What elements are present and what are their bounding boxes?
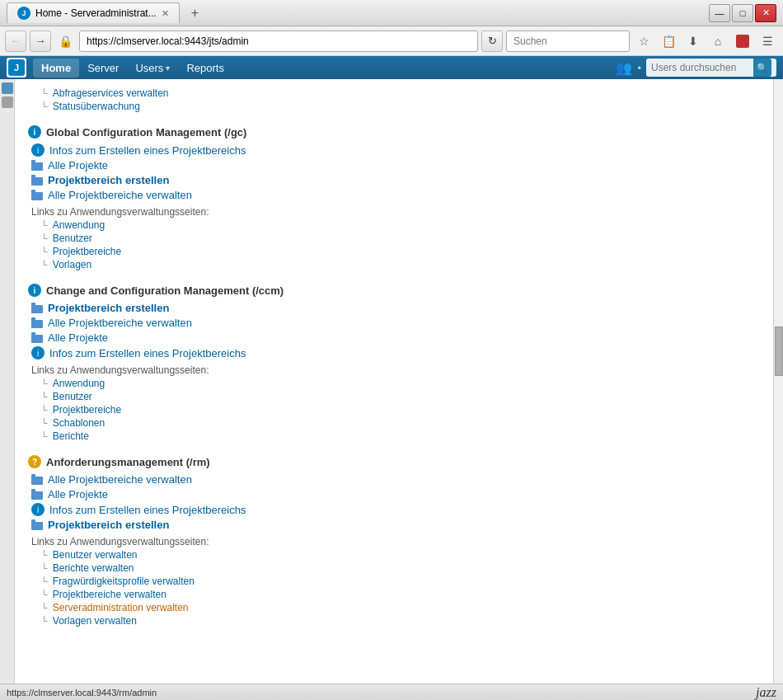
gcm-anwendung-link[interactable]: Anwendung (53, 219, 105, 231)
users-search-input[interactable] (651, 62, 750, 73)
svg-rect-8 (31, 303, 35, 306)
abfrageservices-link[interactable]: Abfrageservices verwalten (53, 87, 169, 99)
ccm-sub-1: └ Benutzer (28, 391, 760, 402)
rm-link-2: i Infos zum Erstellen eines Projektberei… (28, 503, 760, 516)
rm-arrow-3: └ (41, 590, 48, 599)
ccm-projektbereich-erstellen-link[interactable]: Projektbereich erstellen (48, 302, 169, 314)
home-icon[interactable]: ⌂ (707, 31, 729, 52)
rm-benutzer-verwalten-link[interactable]: Benutzer verwalten (53, 549, 138, 561)
forward-button[interactable]: → (30, 31, 51, 52)
users-search-button[interactable]: 🔍 (753, 59, 771, 77)
ccm-schablonen-link[interactable]: Schablonen (53, 417, 105, 429)
nav-users[interactable]: Users ▾ (127, 59, 178, 78)
ccm-benutzer-link[interactable]: Benutzer (53, 391, 92, 402)
menu-icon[interactable]: ☰ (757, 31, 778, 52)
gcm-projektbereich-erstellen-link[interactable]: Projektbereich erstellen (48, 174, 169, 186)
svg-rect-15 (31, 491, 43, 500)
app-logo: J (7, 58, 26, 78)
lock-icon: 🔒 (54, 31, 76, 52)
maximize-button[interactable]: □ (732, 4, 753, 22)
ccm-arrow-0: └ (41, 378, 48, 388)
svg-rect-10 (31, 317, 35, 321)
url-bar[interactable] (79, 31, 478, 52)
ccm-anwendung-link[interactable]: Anwendung (53, 378, 105, 389)
refresh-button[interactable]: ↻ (481, 31, 503, 52)
dot-separator: • (637, 62, 641, 74)
users-dropdown-icon: ▾ (166, 63, 170, 73)
gcm-projektbereiche-link[interactable]: Projektbereiche (53, 246, 121, 257)
rm-fragwuerdigkeitsprofile-link[interactable]: Fragwürdigkeitsprofile verwalten (53, 576, 195, 587)
ccm-link-2: Alle Projekte (28, 331, 760, 344)
back-button[interactable]: ← (5, 31, 26, 52)
nav-reports[interactable]: Reports (178, 59, 232, 78)
status-url: https://clmserver.local:9443/rm/admin (7, 688, 157, 698)
rm-serveradmin-link[interactable]: Serveradministration verwalten (53, 602, 189, 613)
ccm-berichte-link[interactable]: Berichte (53, 430, 89, 442)
rm-projektbereiche-verwalten-link[interactable]: Projektbereiche verwalten (53, 589, 166, 600)
close-button[interactable]: ✕ (755, 4, 776, 22)
rm-sub-1: └ Berichte verwalten (28, 562, 760, 574)
gcm-alle-projektbereiche-link[interactable]: Alle Projektbereiche verwalten (48, 189, 192, 201)
gcm-link-1: Alle Projekte (28, 159, 760, 171)
bookmark-list-icon[interactable]: 📋 (658, 31, 679, 52)
main-layout: └ Abfrageservices verwalten └ Statusüber… (0, 79, 783, 684)
nav-home[interactable]: Home (33, 59, 79, 78)
rm-title: Anforderungsmanagement (/rm) (46, 456, 210, 468)
ccm-folder-icon-1 (31, 317, 43, 329)
minimize-button[interactable]: — (709, 4, 730, 22)
gcm-sub-2: └ Projektbereiche (28, 246, 760, 257)
svg-rect-2 (31, 160, 35, 163)
arrow-icon-2: └ (41, 101, 48, 111)
ccm-arrow-3: └ (41, 418, 48, 428)
rm-arrow-4: └ (41, 603, 48, 613)
rm-berichte-verwalten-link[interactable]: Berichte verwalten (53, 562, 134, 574)
rm-section: ? Anforderungsmanagement (/rm) Alle Proj… (28, 455, 760, 627)
gcm-arrow-3: └ (41, 260, 48, 270)
gcm-sublinks-label: Links zu Anwendungsverwaltungsseiten: (31, 206, 760, 218)
rm-alle-projektbereiche-link[interactable]: Alle Projektbereiche verwalten (48, 473, 192, 486)
rm-sub-2: └ Fragwürdigkeitsprofile verwalten (28, 576, 760, 587)
top-link-row-2: └ Statusüberwachung (28, 101, 760, 112)
gcm-sub-3: └ Vorlagen (28, 259, 760, 270)
sidebar-icon-1[interactable] (2, 82, 13, 94)
browser-tab-active[interactable]: J Home - Serveradministrat... ✕ (7, 2, 180, 23)
ccm-infos-link[interactable]: Infos zum Erstellen eines Projektbereich… (49, 347, 246, 359)
gcm-vorlagen-link[interactable]: Vorlagen (53, 259, 91, 270)
tab-close-button[interactable]: ✕ (162, 8, 169, 19)
rm-projektbereich-erstellen-link[interactable]: Projektbereich erstellen (48, 519, 169, 531)
ccm-icon: i (28, 284, 41, 297)
rm-arrow-5: └ (41, 616, 48, 626)
rm-infos-link[interactable]: Infos zum Erstellen eines Projektbereich… (49, 504, 246, 516)
top-links-section: └ Abfrageservices verwalten └ Statusüber… (28, 87, 760, 112)
ccm-sub-0: └ Anwendung (28, 378, 760, 389)
scrollbar-thumb[interactable] (775, 327, 783, 376)
vertical-scrollbar[interactable] (773, 79, 783, 684)
svg-rect-16 (31, 489, 35, 492)
gcm-section: i Global Configuration Management (/gc) … (28, 125, 760, 270)
left-sidebar (0, 79, 15, 684)
rm-icon: ? (28, 455, 41, 468)
ccm-link-3: i Infos zum Erstellen eines Projektberei… (28, 346, 760, 359)
rm-alle-projekte-link[interactable]: Alle Projekte (48, 488, 108, 500)
top-link-row-1: └ Abfrageservices verwalten (28, 87, 760, 99)
ccm-alle-projektbereiche-link[interactable]: Alle Projektbereiche verwalten (48, 317, 192, 329)
sidebar-icon-2[interactable] (2, 96, 13, 108)
download-icon[interactable]: ⬇ (682, 31, 704, 52)
new-tab-button[interactable]: + (186, 4, 204, 22)
gcm-link-3: Alle Projektbereiche verwalten (28, 189, 760, 201)
gcm-alle-projekte-link[interactable]: Alle Projekte (48, 159, 108, 171)
ccm-projektbereiche-link[interactable]: Projektbereiche (53, 404, 121, 416)
gcm-benutzer-link[interactable]: Benutzer (53, 233, 92, 244)
ccm-alle-projekte-link[interactable]: Alle Projekte (48, 331, 108, 344)
gcm-infos-link[interactable]: Infos zum Erstellen eines Projektbereich… (49, 144, 246, 157)
ccm-link-0: Projektbereich erstellen (28, 302, 760, 314)
rm-sub-4: └ Serveradministration verwalten (28, 602, 760, 613)
svg-rect-7 (31, 305, 43, 313)
statusueberwachung-link[interactable]: Statusüberwachung (53, 101, 140, 112)
ccm-sub-4: └ Berichte (28, 430, 760, 442)
nav-server[interactable]: Server (79, 59, 127, 78)
rm-vorlagen-verwalten-link[interactable]: Vorlagen verwalten (53, 615, 137, 627)
browser-search-input[interactable] (506, 31, 630, 52)
rm-folder-icon-3 (31, 519, 43, 531)
bookmark-star-icon[interactable]: ☆ (633, 31, 654, 52)
